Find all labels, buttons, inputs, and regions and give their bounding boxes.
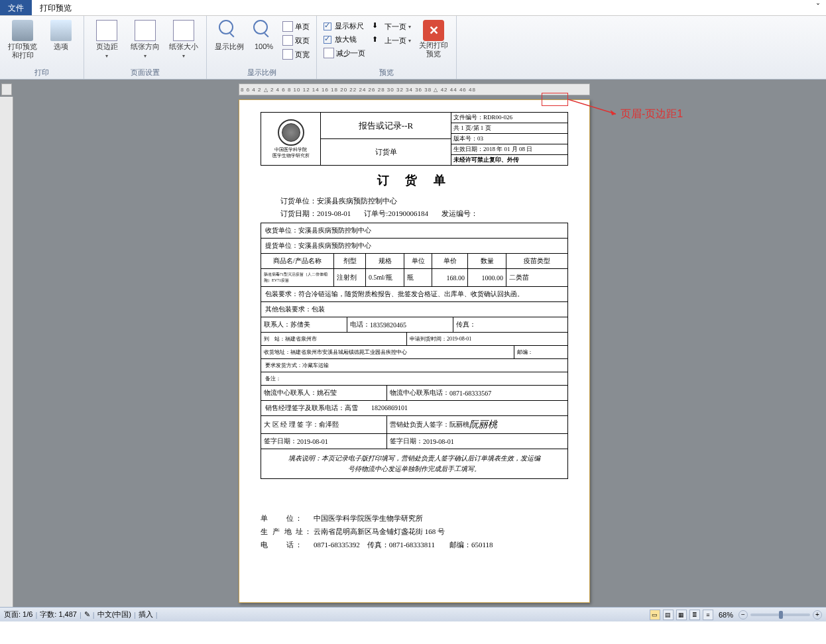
status-language[interactable]: 中文(中国): [97, 610, 131, 619]
options-button[interactable]: 选项: [42, 17, 80, 54]
single-page-icon: [282, 21, 293, 32]
status-insert-mode[interactable]: 插入: [139, 610, 153, 619]
view-draft-button[interactable]: ≡: [703, 610, 713, 620]
margins-button[interactable]: 页边距▾: [88, 17, 125, 62]
two-page-button[interactable]: 双页: [280, 34, 312, 47]
orientation-button[interactable]: 纸张方向▾: [127, 17, 164, 62]
horizontal-ruler[interactable]: 8 6 4 2 △ 2 4 6 8 10 12 14 16 18 20 22 2…: [239, 83, 590, 95]
tab-bar: 文件 打印预览 ˇ: [0, 0, 826, 16]
doc-confidential: 未经许可禁止复印、外传: [451, 155, 567, 165]
view-outline-button[interactable]: ≣: [689, 610, 700, 620]
minimize-ribbon-icon[interactable]: ˇ: [810, 0, 826, 15]
prev-page-button[interactable]: ⬆上一页 ▾: [369, 34, 414, 47]
print-preview-and-print-button[interactable]: 打印预览和打印: [4, 17, 41, 62]
view-print-layout-button[interactable]: ▭: [650, 610, 660, 620]
magnifier-100-icon: [253, 20, 268, 34]
ribbon: 打印预览和打印 选项 打印 页边距▾ 纸张方向▾ 纸张大小▾ 页面设置: [0, 16, 826, 80]
status-zoom[interactable]: 68%: [719, 611, 733, 619]
zoom-in-button[interactable]: +: [813, 610, 822, 619]
ruler-corner: [1, 83, 12, 95]
doc-header-box: 中国医学科学院医学生物学研究所 报告或记录--R 订货单 文件编号：RDR00-…: [261, 112, 568, 166]
group-label-page-setup: 页面设置: [88, 66, 202, 79]
paper-size-button[interactable]: 纸张大小▾: [165, 17, 202, 62]
one-less-page-button[interactable]: 减少一页: [321, 46, 368, 60]
paper-size-icon: [173, 20, 194, 41]
printer-icon: [12, 20, 33, 41]
two-page-icon: [282, 35, 293, 46]
doc-header-title: 报告或记录--R: [321, 113, 451, 139]
magnifier-icon: [219, 20, 233, 34]
zoom-slider[interactable]: [750, 614, 810, 616]
close-preview-button[interactable]: ✕ 关闭打印预览: [415, 17, 452, 61]
status-page[interactable]: 页面: 1/6: [4, 610, 32, 619]
svg-marker-1: [611, 110, 616, 115]
doc-footer: 单 位：中国医学科学院医学生物学研究所 生 产 地 址：云南省昆明高新区马金铺灯…: [261, 512, 568, 551]
shrink-icon: [324, 48, 334, 58]
doc-version: 版本号：03: [451, 134, 567, 144]
status-bar: 页面: 1/6| 字数: 1,487| ✎| 中文(中国)| 插入| ▭ ▤ ▦…: [0, 607, 826, 621]
doc-file-no: 文件编号：RDR00-026: [451, 113, 567, 123]
vertical-ruler[interactable]: [0, 97, 13, 607]
tab-file[interactable]: 文件: [0, 0, 32, 15]
orientation-icon: [135, 20, 156, 41]
margins-icon: [96, 20, 117, 41]
arrow-down-icon: ⬇: [372, 21, 383, 32]
order-meta-line: 订货日期：2019-08-01 订单号:20190006184 发运编号：: [261, 207, 568, 220]
page-width-icon: [282, 49, 293, 60]
doc-title: 订 货 单: [261, 172, 568, 188]
group-label-zoom: 显示比例: [211, 66, 312, 79]
doc-effective-date: 生效日期：2018 年 01 月 08 日: [451, 144, 567, 155]
arrow-up-icon: ⬆: [372, 35, 383, 46]
tab-print-preview[interactable]: 打印预览: [32, 0, 80, 15]
status-spellcheck-icon[interactable]: ✎: [84, 610, 90, 619]
show-ruler-checkbox[interactable]: 显示标尺: [321, 20, 368, 32]
zoom-button[interactable]: 显示比例: [211, 17, 248, 54]
annotation-box: [542, 93, 568, 106]
doc-main-table: 收货单位：安溪县疾病预防控制中心 提货单位：安溪县疾病预防控制中心 商品名/产品…: [261, 223, 568, 479]
doc-page-count: 共 1 页/第 1 页: [451, 123, 567, 134]
doc-logo: 中国医学科学院医学生物学研究所: [261, 113, 321, 165]
close-icon: ✕: [423, 20, 444, 41]
magnifier-checkbox[interactable]: 放大镜: [321, 33, 368, 46]
order-unit-line: 订货单位：安溪县疾病预防控制中心: [261, 195, 568, 207]
status-words[interactable]: 字数: 1,487: [40, 610, 77, 619]
document-page: 中国医学科学院医学生物学研究所 报告或记录--R 订货单 文件编号：RDR00-…: [239, 99, 590, 603]
next-page-button[interactable]: ⬇下一页 ▾: [369, 20, 414, 33]
zoom-out-button[interactable]: −: [738, 610, 748, 619]
view-reading-button[interactable]: ▤: [663, 610, 674, 620]
single-page-button[interactable]: 单页: [280, 20, 312, 33]
annotation-text: 页眉-页边距1: [620, 107, 683, 121]
checkbox-on-icon: [324, 23, 331, 30]
zoom-100-button[interactable]: 100%: [249, 17, 278, 54]
preview-canvas: 8 6 4 2 △ 2 4 6 8 10 12 14 16 18 20 22 2…: [0, 80, 826, 607]
page-width-button[interactable]: 页宽: [280, 48, 312, 61]
doc-header-subtitle: 订货单: [321, 139, 451, 165]
view-web-button[interactable]: ▦: [676, 610, 687, 620]
options-icon: [50, 20, 72, 41]
group-label-preview: 预览: [321, 66, 452, 79]
svg-line-0: [568, 99, 616, 114]
annotation-arrow: [568, 99, 621, 119]
group-label-print: 打印: [4, 66, 80, 79]
checkbox-on-icon: [324, 36, 331, 44]
